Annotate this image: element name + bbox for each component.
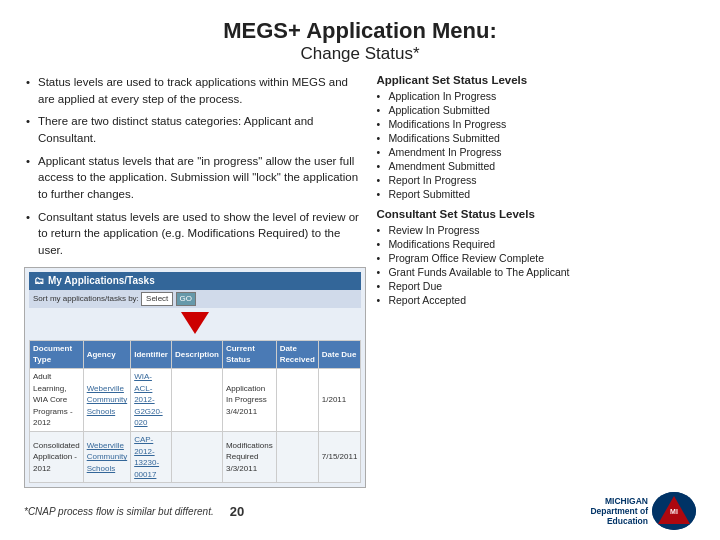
status-item: Review In Progress xyxy=(376,224,696,236)
cell-desc xyxy=(171,369,222,432)
agency-link-2[interactable]: Weberville Community Schools xyxy=(87,441,127,473)
consultant-section-title: Consultant Set Status Levels xyxy=(376,208,696,220)
status-item: Report Due xyxy=(376,280,696,292)
status-item: Application In Progress xyxy=(376,90,696,102)
status-item: Modifications Required xyxy=(376,238,696,250)
status-item: Modifications In Progress xyxy=(376,118,696,130)
screenshot-filter-bar: Sort my applications/tasks by: Select GO xyxy=(29,290,361,308)
logo-line3: Education xyxy=(607,516,648,526)
status-item: Report Submitted xyxy=(376,188,696,200)
table-row: Consolidated Application - 2012 Webervil… xyxy=(30,432,361,483)
col-agency: Agency xyxy=(83,340,130,368)
applicant-status-list: Application In Progress Application Subm… xyxy=(376,90,696,200)
agency-link[interactable]: Weberville Community Schools xyxy=(87,384,127,416)
applicant-section-title: Applicant Set Status Levels xyxy=(376,74,696,86)
filter-select[interactable]: Select xyxy=(141,292,173,306)
applicant-status-section: Applicant Set Status Levels Application … xyxy=(376,74,696,200)
down-arrow-icon xyxy=(181,312,209,334)
cell-doc-type: Consolidated Application - 2012 xyxy=(30,432,84,483)
applications-table: Document Type Agency Identifier Descript… xyxy=(29,340,361,484)
cell-status: Modifications Required 3/3/2011 xyxy=(222,432,276,483)
consultant-status-section: Consultant Set Status Levels Review In P… xyxy=(376,208,696,306)
screenshot-header: 🗂 My Applications/Tasks xyxy=(29,272,361,291)
logo-emblem: MI xyxy=(652,492,696,530)
col-received: Date Received xyxy=(276,340,318,368)
col-due: Date Due xyxy=(318,340,361,368)
bullet-3: Applicant status levels that are "in pro… xyxy=(24,153,366,203)
bullet-4: Consultant status levels are used to sho… xyxy=(24,209,366,259)
cell-status: Application In Progress 3/4/2011 xyxy=(222,369,276,432)
id-link[interactable]: WIA-ACL-2012-G2G20-020 xyxy=(134,372,162,427)
status-item: Amendment Submitted xyxy=(376,160,696,172)
logo-line2: Department of xyxy=(590,506,648,516)
page-title: MEGS+ Application Menu: xyxy=(24,18,696,44)
filter-label: Sort my applications/tasks by: xyxy=(33,294,139,303)
screenshot-mockup: 🗂 My Applications/Tasks Sort my applicat… xyxy=(24,267,366,489)
col-description: Description xyxy=(171,340,222,368)
logo-text: MICHIGAN Department of Education xyxy=(590,496,648,526)
screenshot-icon: 🗂 xyxy=(34,274,44,289)
cell-agency: Weberville Community Schools xyxy=(83,432,130,483)
footnote-text: *CNAP process flow is similar but differ… xyxy=(24,506,214,517)
logo-area: MICHIGAN Department of Education MI xyxy=(590,492,696,530)
status-item: Report Accepted xyxy=(376,294,696,306)
status-item: Application Submitted xyxy=(376,104,696,116)
id-link-2[interactable]: CAP-2012-13230-00017 xyxy=(134,435,159,479)
bullet-list: Status levels are used to track applicat… xyxy=(24,74,366,259)
bullet-2: There are two distinct status categories… xyxy=(24,113,366,146)
status-item: Report In Progress xyxy=(376,174,696,186)
cell-due: 7/15/2011 xyxy=(318,432,361,483)
cell-received xyxy=(276,369,318,432)
table-row: Adult Learning, WIA Core Programs - 2012… xyxy=(30,369,361,432)
page-subtitle: Change Status* xyxy=(24,44,696,64)
table-header-row: Document Type Agency Identifier Descript… xyxy=(30,340,361,368)
cell-id: CAP-2012-13230-00017 xyxy=(131,432,172,483)
cell-desc xyxy=(171,432,222,483)
page-number: 20 xyxy=(230,504,244,519)
cell-doc-type: Adult Learning, WIA Core Programs - 2012 xyxy=(30,369,84,432)
page: MEGS+ Application Menu: Change Status* S… xyxy=(0,0,720,540)
cell-agency: Weberville Community Schools xyxy=(83,369,130,432)
status-item: Amendment In Progress xyxy=(376,146,696,158)
screenshot-title: My Applications/Tasks xyxy=(48,274,155,289)
content-row: Status levels are used to track applicat… xyxy=(24,74,696,488)
header: MEGS+ Application Menu: Change Status* xyxy=(24,18,696,64)
status-item: Modifications Submitted xyxy=(376,132,696,144)
logo-svg: MI xyxy=(652,492,696,530)
go-button[interactable]: GO xyxy=(176,292,196,306)
cell-received xyxy=(276,432,318,483)
right-column: Applicant Set Status Levels Application … xyxy=(376,74,696,488)
col-identifier: Identifier xyxy=(131,340,172,368)
bullet-1: Status levels are used to track applicat… xyxy=(24,74,366,107)
logo-line1: MICHIGAN xyxy=(605,496,648,506)
consultant-status-list: Review In Progress Modifications Require… xyxy=(376,224,696,306)
status-item: Program Office Review Complete xyxy=(376,252,696,264)
cell-due: 1/2011 xyxy=(318,369,361,432)
col-status: Current Status xyxy=(222,340,276,368)
col-doc-type: Document Type xyxy=(30,340,84,368)
status-item: Grant Funds Available to The Applicant xyxy=(376,266,696,278)
cell-id: WIA-ACL-2012-G2G20-020 xyxy=(131,369,172,432)
arrow-wrapper xyxy=(29,312,361,338)
svg-text:MI: MI xyxy=(670,508,678,515)
footer-row: *CNAP process flow is similar but differ… xyxy=(24,492,696,530)
left-column: Status levels are used to track applicat… xyxy=(24,74,366,488)
